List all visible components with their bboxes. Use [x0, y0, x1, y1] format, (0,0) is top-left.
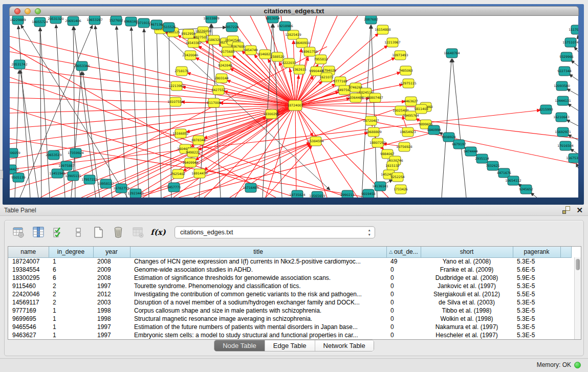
graph-node[interactable]: 1588520 [270, 52, 285, 61]
table-panel-titlebar[interactable]: Table Panel ✕ [0, 205, 588, 216]
graph-node[interactable]: 7955812 [314, 55, 328, 64]
table-row[interactable]: 911546021997Tourette syndrome. Phenomeno… [8, 282, 571, 290]
graph-node[interactable]: 5811403 [414, 104, 428, 114]
graph-node[interactable]: 10654112 [505, 176, 521, 185]
graph-node[interactable]: 9252254 [390, 172, 405, 182]
graph-node[interactable]: 15692971 [555, 127, 571, 137]
graph-node[interactable]: 1615132 [385, 161, 400, 170]
column-header-title[interactable]: title [130, 247, 386, 257]
float-panel-icon[interactable] [562, 206, 570, 214]
graph-node[interactable]: 17957225 [81, 175, 98, 184]
graph-node[interactable]: 19735824 [289, 190, 306, 198]
graph-node[interactable]: 19654923 [400, 127, 416, 137]
graph-node[interactable]: 6679197 [452, 140, 466, 149]
graph-node[interactable]: 18807293 [369, 138, 386, 147]
graph-node[interactable]: 8215993 [539, 105, 553, 114]
network-canvas[interactable]: 1872400776638229960125891295418226058982… [10, 16, 578, 198]
graph-node[interactable]: 7515526 [162, 23, 176, 32]
scrollbar-thumb[interactable] [576, 259, 580, 270]
graph-node[interactable]: 1840994 [427, 125, 441, 135]
graph-node[interactable]: 18720407 [363, 116, 379, 125]
graph-node[interactable]: 7625402 [171, 169, 185, 179]
graph-node[interactable]: 2935114 [475, 154, 489, 163]
graph-node[interactable]: 10807487 [367, 93, 383, 102]
checklist-icon[interactable] [52, 226, 65, 239]
graph-node[interactable]: 1362615 [292, 65, 307, 74]
graph-node[interactable]: 1733426 [394, 185, 408, 194]
graph-node[interactable]: 15716485 [243, 183, 259, 192]
close-panel-icon[interactable]: ✕ [576, 206, 583, 214]
graph-node[interactable]: 18300295 [263, 110, 279, 119]
graph-node[interactable]: 11170523 [569, 25, 578, 34]
graph-node[interactable]: 16648784 [444, 49, 460, 58]
table-select-dropdown[interactable]: citations_edges.txt ▲▼ [175, 226, 375, 238]
graph-node[interactable]: 28053346 [74, 61, 90, 71]
graph-node[interactable]: 20531320 [48, 16, 64, 24]
graph-node[interactable]: 14136141 [372, 182, 388, 191]
graph-node[interactable]: 9242848 [218, 61, 232, 70]
graph-node[interactable]: 20653519 [46, 150, 62, 160]
table-row[interactable]: 946554611997Estimation of the future num… [8, 323, 571, 331]
network-window-titlebar[interactable]: citations_edges.txt [9, 6, 579, 16]
graph-node[interactable]: 18640910 [294, 38, 310, 48]
table-row[interactable]: 946362711997Embryonic stem cells: a mode… [8, 331, 571, 339]
graph-node[interactable]: 10565659 [309, 191, 325, 198]
graph-node[interactable]: 12213967 [384, 38, 401, 47]
graph-node[interactable]: 1621072 [319, 73, 334, 82]
graph-node[interactable]: 9175685 [221, 47, 235, 56]
graph-node[interactable]: 9329966 [559, 52, 574, 61]
column-header-in-degree[interactable]: in_degree [49, 247, 93, 257]
graph-node[interactable]: 15166852 [172, 129, 189, 138]
graph-node[interactable]: 17016504 [557, 141, 574, 150]
graph-node[interactable]: 12905135 [65, 171, 81, 181]
graph-node[interactable]: 8454749 [244, 46, 258, 55]
graph-node[interactable]: 2803144 [214, 74, 229, 83]
table-row[interactable]: 1938455462009Genome-wide association stu… [8, 266, 571, 274]
citation-network-graph[interactable]: 1872400776638229960125891295418226058982… [10, 16, 578, 198]
column-header-out-de-[interactable]: △out_de... [386, 247, 421, 257]
trash-icon[interactable] [112, 226, 125, 239]
graph-node[interactable]: 20364486 [347, 93, 364, 102]
graph-node[interactable]: 16782759 [113, 184, 129, 193]
graph-node[interactable]: 16543382 [185, 38, 202, 48]
table-row[interactable]: 969969511998Structural magnetic resonanc… [8, 315, 571, 323]
graph-node[interactable]: 9474444 [464, 147, 478, 156]
graph-node[interactable]: 7832621 [486, 161, 500, 170]
graph-node[interactable]: 20531742 [11, 60, 28, 69]
rows-icon[interactable] [72, 226, 85, 239]
column-header-pagerank[interactable]: pagerank [513, 247, 560, 257]
table-scrollbar[interactable] [574, 257, 581, 339]
tab-edge-table[interactable]: Edge Table [265, 340, 315, 351]
graph-node[interactable]: 10688809 [365, 127, 382, 137]
graph-node[interactable]: 18107554 [167, 97, 184, 106]
fx-icon[interactable]: f(x) [151, 226, 165, 239]
tab-node-table[interactable]: Node Table [214, 340, 265, 351]
graph-node[interactable]: 9019458 [361, 189, 376, 198]
graph-node[interactable]: 15751074 [562, 38, 578, 47]
graph-node[interactable]: 10958137 [98, 179, 114, 188]
table-row[interactable]: 2242004622012Investigating the contribut… [8, 290, 571, 298]
graph-node[interactable]: 9245652 [519, 185, 533, 194]
graph-node[interactable]: 18724007 [287, 100, 303, 111]
graph-node[interactable]: 9463627 [404, 97, 418, 106]
graph-node[interactable]: 7485063 [399, 66, 413, 75]
graph-node[interactable]: 8813054 [266, 16, 280, 23]
graph-node[interactable]: 20691406 [65, 16, 81, 26]
graph-node[interactable]: 9777169 [333, 77, 347, 86]
graph-node[interactable]: 15384594 [308, 137, 324, 146]
graph-node[interactable]: 8427552 [211, 85, 226, 95]
graph-node[interactable]: 9498222 [186, 148, 200, 157]
table-column-icon[interactable] [32, 226, 45, 239]
graph-node[interactable]: 16229889 [10, 16, 26, 25]
graph-node[interactable]: 16033809 [203, 16, 220, 23]
table-settings-icon[interactable] [12, 226, 25, 239]
graph-node[interactable]: 17359924 [68, 148, 84, 158]
graph-node[interactable]: 8878344 [191, 136, 206, 145]
graph-node[interactable]: 12093580 [554, 81, 570, 91]
graph-node[interactable]: 16961758 [301, 47, 318, 56]
table-row[interactable]: 1456911722003Disruption of a novel membe… [8, 298, 571, 307]
graph-node[interactable]: 10756928 [396, 142, 412, 151]
tab-network-table[interactable]: Network Table [315, 340, 374, 351]
graph-node[interactable]: 23206059 [10, 148, 20, 158]
graph-node[interactable]: 2718176 [175, 67, 189, 76]
